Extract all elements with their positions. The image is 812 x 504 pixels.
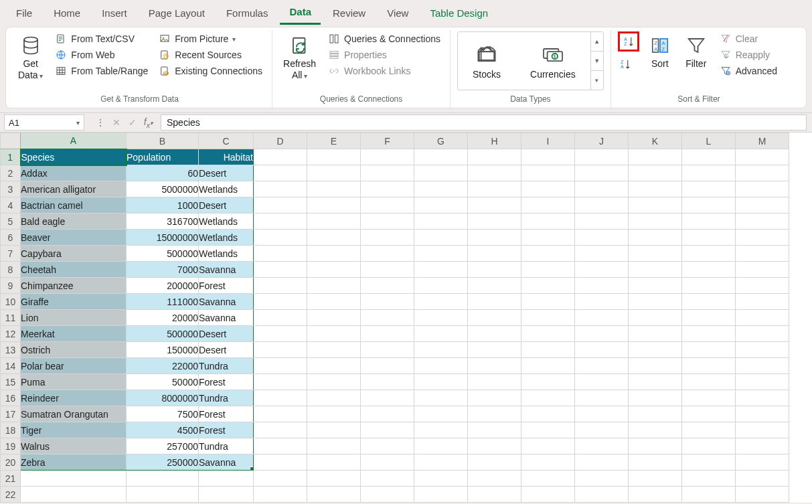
- row-header-1[interactable]: 1: [1, 149, 21, 165]
- cell-M22[interactable]: [736, 487, 789, 503]
- cell-M21[interactable]: [736, 471, 789, 487]
- cell-M9[interactable]: [736, 278, 789, 294]
- cell-C16[interactable]: Tundra: [199, 390, 254, 406]
- from-picture-button[interactable]: From Picture: [156, 31, 265, 46]
- from-web-button[interactable]: From Web: [52, 48, 151, 62]
- cell-K12[interactable]: [629, 326, 682, 342]
- fx-icon[interactable]: fx▾: [142, 116, 155, 129]
- cell-H11[interactable]: [468, 310, 521, 326]
- cell-M4[interactable]: [736, 197, 789, 214]
- cell-H20[interactable]: [468, 454, 521, 471]
- cell-D8[interactable]: [254, 262, 307, 278]
- cell-G1[interactable]: [414, 149, 468, 165]
- gallery-more-button[interactable]: ▾: [591, 71, 603, 90]
- currencies-button[interactable]: $ Currencies: [515, 37, 590, 85]
- cell-G7[interactable]: [414, 246, 468, 262]
- sort-button[interactable]: ZAAZ Sort: [645, 31, 675, 72]
- cell-F8[interactable]: [361, 262, 414, 278]
- cell-J8[interactable]: [575, 262, 629, 278]
- cell-B17[interactable]: 7500: [127, 406, 199, 422]
- cell-I5[interactable]: [521, 214, 575, 230]
- cell-F2[interactable]: [361, 165, 414, 181]
- cell-A3[interactable]: American alligator: [21, 181, 127, 197]
- cell-K21[interactable]: [629, 471, 682, 487]
- cell-I17[interactable]: [521, 406, 575, 422]
- tab-review[interactable]: Review: [323, 2, 375, 24]
- cell-M10[interactable]: [736, 294, 789, 310]
- row-header-5[interactable]: 5: [1, 214, 21, 230]
- column-header-L[interactable]: L: [682, 133, 736, 149]
- cell-L14[interactable]: [682, 358, 736, 374]
- cell-M12[interactable]: [736, 326, 789, 342]
- cell-G15[interactable]: [414, 374, 468, 390]
- cell-E18[interactable]: [307, 422, 361, 438]
- cell-L19[interactable]: [682, 438, 736, 454]
- cell-G2[interactable]: [414, 165, 468, 181]
- cell-J20[interactable]: [575, 454, 629, 471]
- column-header-H[interactable]: H: [468, 133, 521, 149]
- cell-D5[interactable]: [254, 214, 307, 230]
- name-box[interactable]: A1 ▾: [4, 114, 84, 131]
- cell-M18[interactable]: [736, 422, 789, 438]
- cell-B16[interactable]: 8000000: [127, 390, 199, 406]
- cell-K15[interactable]: [629, 374, 682, 390]
- cell-E14[interactable]: [307, 358, 361, 374]
- cell-D20[interactable]: [254, 454, 307, 471]
- cell-G6[interactable]: [414, 230, 468, 246]
- cell-E4[interactable]: [307, 197, 361, 214]
- cell-E5[interactable]: [307, 214, 361, 230]
- column-header-C[interactable]: C: [199, 133, 254, 149]
- cell-D13[interactable]: [254, 342, 307, 358]
- cell-C14[interactable]: Tundra: [199, 358, 254, 374]
- cell-M19[interactable]: [736, 438, 789, 454]
- cell-E3[interactable]: [307, 181, 361, 197]
- row-header-2[interactable]: 2: [1, 165, 21, 181]
- row-header-17[interactable]: 17: [1, 406, 21, 422]
- filter-button[interactable]: Filter: [681, 31, 712, 72]
- cell-H7[interactable]: [468, 246, 521, 262]
- cell-D18[interactable]: [254, 422, 307, 438]
- column-header-B[interactable]: B: [127, 133, 199, 149]
- cell-G12[interactable]: [414, 326, 468, 342]
- cell-H19[interactable]: [468, 438, 521, 454]
- cell-E11[interactable]: [307, 310, 361, 326]
- cell-I18[interactable]: [521, 422, 575, 438]
- tab-table-design[interactable]: Table Design: [420, 2, 497, 24]
- cell-K13[interactable]: [629, 342, 682, 358]
- cell-G10[interactable]: [414, 294, 468, 310]
- get-data-button[interactable]: Get Data: [14, 31, 47, 84]
- cell-M11[interactable]: [736, 310, 789, 326]
- cell-J14[interactable]: [575, 358, 629, 374]
- cell-C21[interactable]: [199, 471, 254, 487]
- cell-E17[interactable]: [307, 406, 361, 422]
- cell-A9[interactable]: Chimpanzee: [21, 278, 127, 294]
- cell-D21[interactable]: [254, 471, 307, 487]
- row-header-19[interactable]: 19: [1, 438, 21, 454]
- cell-F10[interactable]: [361, 294, 414, 310]
- cell-B4[interactable]: 1000: [127, 197, 199, 214]
- cell-F19[interactable]: [361, 438, 414, 454]
- cell-H12[interactable]: [468, 326, 521, 342]
- cell-F18[interactable]: [361, 422, 414, 438]
- queries-connections-button[interactable]: Queries & Connections: [325, 31, 443, 46]
- column-header-M[interactable]: M: [736, 133, 789, 149]
- cell-B12[interactable]: 500000: [127, 326, 199, 342]
- cell-I4[interactable]: [521, 197, 575, 214]
- cell-H4[interactable]: [468, 197, 521, 214]
- cell-D19[interactable]: [254, 438, 307, 454]
- row-header-7[interactable]: 7: [1, 246, 21, 262]
- cell-M7[interactable]: [736, 246, 789, 262]
- column-header-G[interactable]: G: [414, 133, 468, 149]
- cell-C20[interactable]: Savanna: [199, 454, 254, 471]
- cell-I12[interactable]: [521, 326, 575, 342]
- cell-J10[interactable]: [575, 294, 629, 310]
- cell-B2[interactable]: 60: [127, 165, 199, 181]
- cell-F15[interactable]: [361, 374, 414, 390]
- cell-B13[interactable]: 150000: [127, 342, 199, 358]
- cell-G11[interactable]: [414, 310, 468, 326]
- more-options-icon[interactable]: ⋮: [94, 117, 107, 128]
- column-header-D[interactable]: D: [254, 133, 307, 149]
- tab-home[interactable]: Home: [44, 2, 90, 24]
- cell-L1[interactable]: [682, 149, 736, 165]
- cell-B19[interactable]: 257000: [127, 438, 199, 454]
